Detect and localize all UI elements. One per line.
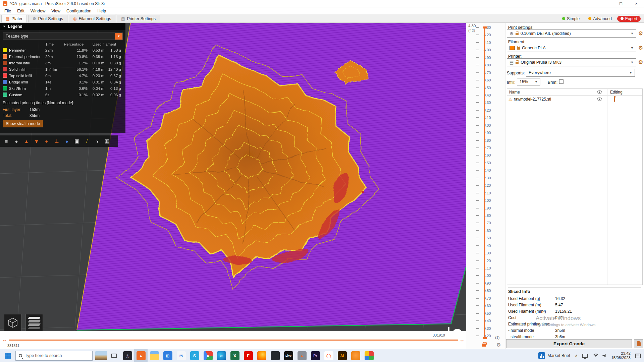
window-controls: – □ × xyxy=(598,0,644,7)
taskbar-app-button[interactable]: ✉ xyxy=(174,349,188,362)
mode-button[interactable]: Expert xyxy=(617,16,641,22)
view-type-dropdown[interactable]: Feature type ▼ xyxy=(3,33,123,40)
legend-row[interactable]: External perimeter 20m 10.8% 0.38 m 1.13… xyxy=(0,53,125,60)
gcode-tool-icon[interactable]: ⊥ xyxy=(52,137,61,145)
settings-tab[interactable]: ▤ Printer Settings xyxy=(117,15,160,22)
menu-item[interactable]: Help xyxy=(94,7,109,14)
hidden-icons-chevron[interactable]: ∧ xyxy=(575,353,578,358)
legend-row[interactable]: Internal infill 3m 1.7% 0.10 m 0.30 g xyxy=(0,60,125,66)
task-view-button[interactable] xyxy=(107,349,121,362)
taskbar-app-button[interactable]: ◯ xyxy=(322,349,335,362)
gcode-tool-icon[interactable]: ◑ xyxy=(93,137,101,145)
taskbar-app-button[interactable]: Live xyxy=(282,349,295,362)
stray-fragment xyxy=(362,191,364,193)
taskbar-app-button[interactable] xyxy=(362,349,376,362)
widget-label: Market Brief xyxy=(547,353,570,358)
maximize-button[interactable]: □ xyxy=(613,0,629,7)
export-to-sd-button[interactable] xyxy=(634,339,643,348)
legend-row[interactable]: Custom 6s 0.1% 0.02 m 0.06 g xyxy=(0,92,125,98)
gcode-tool-icon[interactable]: ▲ xyxy=(22,137,31,145)
printer-dropdown[interactable]: ▤ Original Prusa i3 MK3 ▼ xyxy=(507,58,636,66)
print-settings-dropdown[interactable]: ⚙ 0.10mm DETAIL (modified) ▼ xyxy=(507,29,636,38)
photo-thumbnail[interactable] xyxy=(95,351,107,360)
dropdown-arrow-icon[interactable]: ▼ xyxy=(115,33,122,40)
taskbar-search-input[interactable]: Type here to search xyxy=(15,351,93,361)
taskbar-app-button[interactable] xyxy=(255,349,268,362)
object-row[interactable]: ⚠ rawmodel-217725.stl xyxy=(507,96,642,103)
taskbar-app-button[interactable]: ▲ xyxy=(134,349,148,362)
taskbar-app-button[interactable]: Ai xyxy=(335,349,349,362)
network-tray-icon[interactable] xyxy=(592,354,598,358)
taskbar-app-button[interactable]: F xyxy=(241,349,255,362)
gcode-tool-icon[interactable]: ● xyxy=(62,137,71,145)
notification-center-icon[interactable] xyxy=(635,354,641,358)
minimize-button[interactable]: – xyxy=(598,0,613,7)
view-layers-button[interactable] xyxy=(25,314,43,331)
settings-tab[interactable]: ⚙ Print Settings xyxy=(28,15,67,22)
legend-row[interactable]: Top solid infill 9m 4.7% 0.23 m 0.67 g xyxy=(0,72,125,79)
printer-gear-button[interactable]: ⚙ xyxy=(637,58,644,66)
gcode-tool-icon[interactable]: ≡ xyxy=(2,137,11,145)
taskbar-app-button[interactable] xyxy=(148,349,161,362)
gcode-tool-icon[interactable]: + xyxy=(42,137,51,145)
menu-item[interactable]: File xyxy=(1,7,14,14)
gcode-slider-right-arrow-icon[interactable]: ↔ xyxy=(460,337,465,343)
menu-item[interactable]: Window xyxy=(28,7,48,14)
print-settings-gear-button[interactable]: ⚙ xyxy=(637,29,644,37)
taskbar-app-button[interactable]: X xyxy=(228,349,241,362)
taskbar-app-button[interactable]: ● xyxy=(201,349,215,362)
legend-row[interactable]: Bridge infill 14s 0.1% 0.01 m 0.04 g xyxy=(0,79,125,85)
layer-slider-upper-handle[interactable] xyxy=(483,26,487,28)
gcode-tool-icon[interactable]: ● xyxy=(12,137,21,145)
export-gcode-button[interactable]: Export G-code xyxy=(506,339,632,348)
gcode-tool-icon[interactable]: ▣ xyxy=(72,137,81,145)
slider-settings-gear-icon[interactable]: ⚙ xyxy=(496,342,501,348)
taskbar-app-button[interactable]: e xyxy=(215,349,228,362)
start-button[interactable] xyxy=(0,349,15,362)
taskbar-app-button[interactable]: Pr xyxy=(309,349,322,362)
display-tray-icon[interactable] xyxy=(582,354,588,358)
taskbar-app-button[interactable]: ▲ xyxy=(295,349,309,362)
menu-item[interactable]: Edit xyxy=(14,7,28,14)
visibility-eye-icon[interactable] xyxy=(597,98,602,101)
gcode-slider-left-arrow-icon[interactable]: ↔ xyxy=(2,337,7,343)
sliced-info-row: Used Filament (g) 16.32 xyxy=(508,295,641,302)
filament-dropdown[interactable]: Generic PLA ▼ xyxy=(507,44,636,52)
gcode-move-slider-track[interactable] xyxy=(9,340,458,341)
slider-lock-icon[interactable] xyxy=(482,344,486,347)
layer-tick-list: 4.30 4.20 4.10 4.00 xyxy=(476,25,491,338)
settings-tab[interactable]: ▦ Plater xyxy=(1,15,27,22)
news-widget[interactable]: Market Brief xyxy=(538,352,570,359)
taskbar-clock[interactable]: 23:42 15/08/2023 xyxy=(611,351,631,360)
view-3d-button[interactable] xyxy=(4,314,21,331)
layer-slider-track[interactable] xyxy=(484,27,485,339)
filament-gear-button[interactable]: ⚙ xyxy=(637,44,644,51)
volume-tray-icon[interactable] xyxy=(602,354,606,357)
gcode-tool-icon[interactable]: ▼ xyxy=(32,137,41,145)
show-stealth-mode-button[interactable]: Show stealth mode xyxy=(3,120,43,127)
close-button[interactable]: × xyxy=(629,0,644,7)
mode-button[interactable]: Advanced xyxy=(585,16,615,22)
taskbar-app-button[interactable]: ⊞ xyxy=(161,349,174,362)
taskbar-app-button[interactable]: ◎ xyxy=(121,349,134,362)
gcode-tool-icon[interactable]: / xyxy=(83,137,91,145)
settings-tab[interactable]: ◎ Filament Settings xyxy=(69,15,115,22)
taskbar-app-button[interactable] xyxy=(268,349,282,362)
gcode-tool-icon[interactable]: ▦ xyxy=(103,137,111,145)
brim-checkbox[interactable] xyxy=(559,79,564,84)
taskbar-app-button[interactable]: S xyxy=(188,349,201,362)
supports-dropdown[interactable]: Everywhere ▼ xyxy=(526,69,635,77)
layer-slider-lower-handle[interactable] xyxy=(483,337,487,339)
legend-header[interactable]: ▼ Legend xyxy=(0,23,125,30)
legend-row[interactable]: Solid infill 1h44m 56.1% 4.16 m 12.40 g xyxy=(0,66,125,72)
menu-item[interactable]: View xyxy=(48,7,63,14)
sliced-info-label: Used Filament (mm³) xyxy=(508,309,555,314)
menu-item[interactable]: Configuration xyxy=(63,7,94,14)
mode-button[interactable]: Simple xyxy=(559,16,583,22)
legend-row[interactable]: Perimeter 22m 11.8% 0.53 m 1.58 g xyxy=(0,47,125,53)
3d-viewport[interactable]: ▼ Legend Feature type ▼ Time Percentage … xyxy=(0,23,466,331)
taskbar-app-button[interactable] xyxy=(349,349,362,362)
legend-row[interactable]: Skirt/Brim 1m 0.6% 0.04 m 0.13 g xyxy=(0,85,125,92)
object-editing-icon[interactable] xyxy=(614,97,615,102)
infill-dropdown[interactable]: 15% ▼ xyxy=(517,78,540,85)
